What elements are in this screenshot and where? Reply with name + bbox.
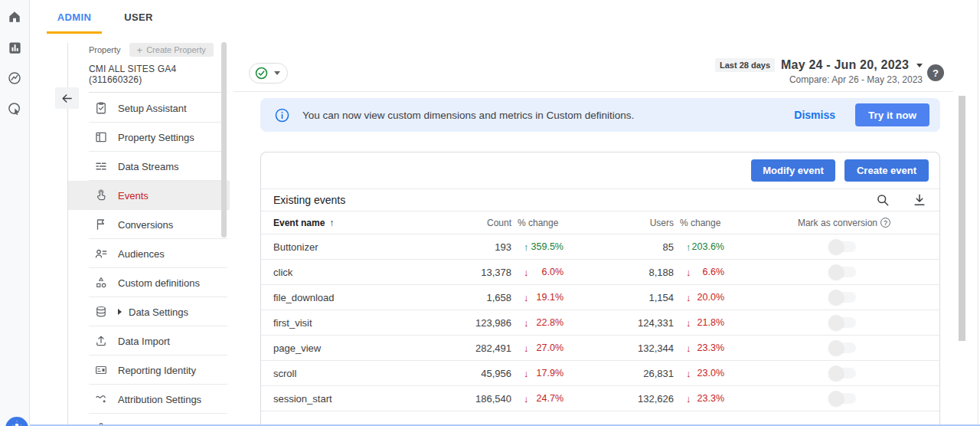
change-arrow-icon: ↓	[524, 342, 529, 354]
admin-settings-icon[interactable]	[5, 417, 28, 426]
menu-label: Data Streams	[118, 161, 178, 172]
change-arrow-icon: ↓	[524, 368, 529, 379]
menu-item-audiences[interactable]: Audiences	[68, 239, 230, 268]
users-cell: 1,154	[564, 292, 674, 303]
tab-admin[interactable]: ADMIN	[47, 0, 102, 34]
users-change-cell: ↑ 203.6%	[674, 241, 724, 253]
menu-label: Setup Assistant	[118, 103, 187, 114]
table-header-row: Event name ↑ Count % change Users % chan…	[261, 211, 939, 234]
table-row: file_download 1,658 ↓ 19.1% 1,154 ↓ 20.0…	[261, 285, 939, 310]
count-cell: 282,491	[420, 342, 511, 354]
arrow-left-icon	[60, 92, 74, 105]
chevron-down-icon	[274, 71, 280, 75]
mark-as-conversion-toggle[interactable]	[830, 267, 856, 277]
create-event-button[interactable]: Create event	[844, 159, 929, 182]
attribution-settings-icon	[94, 392, 108, 406]
menu-label: Data Settings	[129, 306, 188, 318]
collapse-panel-button[interactable]	[55, 87, 79, 109]
help-icon[interactable]: ?	[927, 64, 944, 81]
tab-user[interactable]: USER	[117, 0, 160, 34]
advertising-icon[interactable]	[6, 100, 23, 117]
menu-item-attribution-settings[interactable]: Attribution Settings	[68, 385, 230, 414]
menu-label: Reporting Identity	[118, 365, 196, 376]
date-range-selector[interactable]: Last 28 days May 24 - Jun 20, 2023 Compa…	[715, 58, 923, 85]
count-cell: 13,378	[420, 267, 511, 278]
users-change-cell: ↓ 6.6%	[674, 267, 724, 278]
change-arrow-icon: ↓	[524, 317, 529, 329]
data-quality-button[interactable]	[249, 63, 288, 84]
menu-label: Attribution Settings	[118, 394, 201, 405]
count-change-cell: ↑ 359.5%	[511, 241, 564, 253]
explore-icon[interactable]	[6, 70, 23, 87]
menu-label: Events	[118, 190, 149, 202]
table-row: session_start 186,540 ↓ 24.7% 132,626 ↓ …	[261, 386, 939, 411]
home-icon[interactable]	[6, 8, 23, 25]
column-count[interactable]: Count	[420, 218, 511, 228]
data-streams-icon	[94, 159, 108, 173]
table-title: Existing events	[273, 194, 875, 206]
mark-as-conversion-toggle[interactable]	[830, 292, 856, 303]
menu-item-conversions[interactable]: Conversions	[68, 210, 230, 239]
change-arrow-icon: ↓	[686, 292, 691, 303]
menu-item-data-streams[interactable]: Data Streams	[68, 152, 230, 181]
users-cell: 132,626	[564, 393, 674, 405]
column-event-name[interactable]: Event name ↑	[273, 218, 420, 228]
table-body: Buttonizer 193 ↑ 359.5% 85 ↑ 203.6% clic…	[261, 234, 939, 411]
mark-as-conversion-toggle[interactable]	[830, 241, 856, 252]
menu-label: Conversions	[118, 219, 173, 231]
menu-label: Property Settings	[118, 132, 194, 143]
admin-tabbar: ADMIN USER	[30, 0, 980, 34]
column-count-change: % change	[511, 218, 564, 228]
divider	[978, 0, 978, 426]
menu-item-reporting-identity[interactable]: Reporting Identity	[68, 356, 230, 385]
download-icon[interactable]	[912, 192, 927, 208]
mark-as-conversion-toggle[interactable]	[830, 393, 856, 404]
search-icon[interactable]	[875, 192, 890, 208]
change-arrow-icon: ↓	[686, 342, 691, 354]
sidebar-scrollbar[interactable]	[221, 42, 227, 238]
reports-icon[interactable]	[6, 39, 23, 56]
count-change-cell: ↓ 19.1%	[511, 292, 564, 303]
change-arrow-icon: ↑	[686, 241, 691, 253]
change-arrow-icon: ↓	[524, 292, 529, 303]
table-row: first_visit 123,986 ↓ 22.8% 124,331 ↓ 21…	[261, 310, 939, 336]
menu-item-setup-assistant[interactable]: Setup Assistant	[68, 93, 230, 123]
create-property-button[interactable]: + Create Property	[129, 43, 214, 57]
modify-event-button[interactable]: Modify event	[751, 159, 835, 182]
users-change-cell: ↓ 23.3%	[674, 342, 724, 354]
try-it-now-button[interactable]: Try it now	[855, 103, 929, 126]
event-name-cell: session_start	[273, 393, 420, 405]
table-row: click 13,378 ↓ 6.0% 8,188 ↓ 6.6%	[261, 260, 939, 285]
event-name-cell: page_view	[273, 342, 420, 354]
menu-label: Audiences	[118, 248, 165, 260]
banner-text: You can now view custom dimensions and m…	[302, 110, 794, 121]
count-cell: 193	[420, 241, 511, 253]
mark-as-conversion-toggle[interactable]	[830, 342, 856, 353]
menu-item-data-import[interactable]: Data Import	[68, 326, 230, 356]
menu-item-custom-definitions[interactable]: Custom definitions	[68, 268, 230, 297]
change-arrow-icon: ↓	[524, 267, 529, 278]
count-change-cell: ↓ 24.7%	[511, 393, 564, 405]
mark-as-conversion-toggle[interactable]	[830, 317, 856, 328]
users-change-cell: ↓ 23.0%	[674, 368, 724, 379]
table-row: Buttonizer 193 ↑ 359.5% 85 ↑ 203.6%	[261, 234, 939, 260]
mark-as-conversion-toggle[interactable]	[830, 368, 856, 378]
help-circle-icon[interactable]: ?	[880, 218, 890, 228]
menu-item-events[interactable]: Events	[68, 181, 230, 210]
column-users-change: % change	[674, 218, 724, 228]
count-change-cell: ↓ 22.8%	[511, 317, 564, 329]
plus-icon: +	[137, 45, 143, 55]
menu-item-property-settings[interactable]: Property Settings	[68, 123, 230, 152]
count-change-cell: ↓ 27.0%	[511, 342, 564, 354]
events-card: Modify event Create event Existing event…	[260, 152, 940, 426]
date-range-badge: Last 28 days	[715, 58, 775, 72]
property-sidebar: Property + Create Property CMI ALL SITES…	[68, 34, 230, 426]
menu-item-data-settings[interactable]: Data Settings	[68, 297, 230, 326]
main-scrollbar[interactable]	[959, 96, 965, 341]
column-users[interactable]: Users	[564, 218, 674, 228]
reporting-identity-icon	[94, 363, 108, 377]
users-change-cell: ↓ 23.3%	[674, 393, 724, 405]
table-row: scroll 45,956 ↓ 17.9% 26,831 ↓ 23.0%	[261, 361, 939, 386]
app-rail	[0, 0, 30, 426]
dismiss-button[interactable]: Dismiss	[794, 109, 835, 121]
